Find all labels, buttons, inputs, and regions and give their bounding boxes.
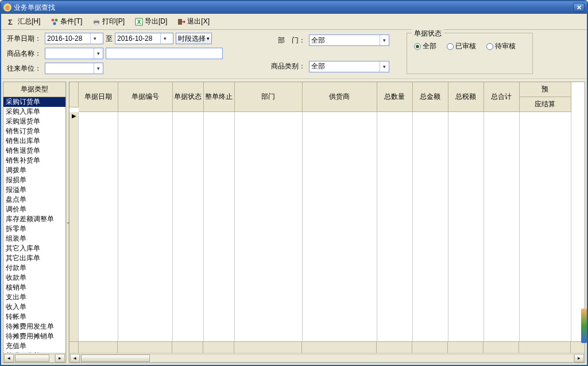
product-label: 商品名称： [7, 49, 45, 59]
dept-input[interactable] [310, 36, 380, 44]
sidebar-item[interactable]: 采购入库单 [3, 107, 65, 117]
sidebar-item[interactable]: 待摊费用发生单 [3, 322, 65, 332]
product-desc-box[interactable] [106, 48, 223, 59]
status-radio-approved[interactable]: 已审核 [447, 41, 476, 51]
product-desc-input[interactable] [106, 48, 222, 59]
sidebar-item[interactable]: 付款单 [3, 263, 65, 273]
sidebar-item[interactable]: 组装单 [3, 234, 65, 244]
sidebar-item[interactable]: 调价单 [3, 205, 65, 214]
row-indicator-col: ▶ [69, 112, 79, 341]
col-header[interactable]: 总税额 [448, 82, 483, 112]
hscroll-thumb[interactable] [81, 355, 150, 362]
sidebar-item[interactable]: 收入单 [3, 302, 65, 312]
filter-icon [51, 18, 59, 26]
sidebar-item[interactable]: 收款单 [3, 273, 65, 283]
sidebar-item[interactable]: 销售订货单 [3, 126, 65, 136]
sidebar-item[interactable]: 调拨单 [3, 165, 65, 175]
sidebar-item[interactable]: 盘点单 [3, 195, 65, 205]
grid-cell [118, 112, 172, 341]
grid-cell [412, 112, 448, 341]
exit-button[interactable]: 退出[X] [175, 16, 212, 28]
svg-rect-8 [178, 19, 182, 25]
party-input[interactable] [45, 64, 94, 72]
sidebar-item[interactable]: 充值单 [3, 341, 65, 351]
sidebar-item[interactable]: 其它出库单 [3, 253, 65, 263]
dropdown-icon[interactable] [380, 35, 389, 45]
summary-label: 汇总[H] [18, 17, 40, 26]
date-to-picker[interactable] [115, 33, 173, 44]
toolbar: Σ 汇总[H] 条件[T] 打印[P] X 导出[D] 退出[X] [1, 14, 587, 30]
status-radio-all[interactable]: 全部 [414, 41, 436, 51]
col-header[interactable]: 总数量 [377, 82, 412, 112]
col-header[interactable]: 总金额 [412, 82, 448, 112]
sidebar-item[interactable]: 支出单 [3, 292, 65, 302]
col-sub-header[interactable]: 应结算 [519, 97, 571, 112]
period-select-button[interactable]: 时段选择 [176, 33, 212, 44]
col-header[interactable]: 单据日期 [79, 82, 118, 112]
hscroll-track[interactable] [80, 354, 574, 363]
party-label: 往来单位： [7, 64, 45, 74]
col-header[interactable]: 部门 [234, 82, 302, 112]
hscroll-thumb[interactable] [15, 355, 49, 362]
scroll-left-button[interactable]: ◂ [4, 354, 14, 363]
print-button[interactable]: 打印[P] [90, 16, 127, 28]
grid-cell [483, 112, 519, 341]
grid-cell [203, 112, 234, 341]
filter-panel: 开单日期： 至 时段选择 商品名称： [1, 30, 587, 79]
svg-text:X: X [137, 19, 141, 25]
sidebar-item[interactable]: 采购订货单 [3, 97, 65, 107]
sidebar-item[interactable]: 库存差额调整单 [3, 214, 65, 224]
product-input[interactable] [45, 49, 94, 57]
summary-button[interactable]: Σ 汇总[H] [6, 16, 42, 28]
export-button[interactable]: X 导出[D] [133, 16, 169, 28]
grid-cell [172, 112, 203, 341]
date-to-input[interactable] [115, 34, 160, 43]
sidebar-item[interactable]: 其它入库单 [3, 244, 65, 253]
condition-button[interactable]: 条件[T] [48, 16, 84, 28]
dept-combo[interactable] [309, 34, 389, 46]
dropdown-icon[interactable] [380, 61, 389, 72]
category-combo[interactable] [309, 61, 389, 72]
col-group-header[interactable]: 预 [519, 82, 571, 97]
sidebar-list[interactable]: 采购订货单采购入库单采购退货单销售订货单销售出库单销售退货单销售补货单调拨单报损… [3, 97, 65, 353]
print-label: 打印[P] [102, 17, 125, 26]
sidebar-item[interactable]: 报损单 [3, 175, 65, 185]
date-from-input[interactable] [45, 34, 90, 43]
category-label: 商品类别： [271, 61, 309, 71]
date-from-picker[interactable] [45, 33, 103, 44]
scroll-right-button[interactable]: ▸ [574, 354, 584, 363]
grid-footer [69, 341, 585, 353]
col-header[interactable]: 单据状态 [172, 82, 203, 112]
sidebar-item[interactable]: 拆零单 [3, 224, 65, 234]
status-legend: 单据状态 [412, 29, 444, 38]
sidebar-item[interactable]: 待摊费用摊销单 [3, 332, 65, 341]
close-button[interactable]: ✕ [573, 3, 585, 12]
sidebar-item[interactable]: 报溢单 [3, 185, 65, 195]
category-input[interactable] [310, 63, 380, 71]
window-title: 业务单据查找 [14, 3, 573, 13]
col-header[interactable]: 供货商 [302, 82, 377, 112]
svg-point-2 [53, 22, 56, 25]
sidebar-header: 单据类型 [3, 82, 65, 97]
dropdown-icon[interactable] [90, 33, 99, 44]
sidebar-item[interactable]: 销售出库单 [3, 136, 65, 146]
sidebar-item[interactable]: 采购退货单 [3, 117, 65, 126]
scroll-left-button[interactable]: ◂ [70, 354, 80, 363]
status-radio-pending[interactable]: 待审核 [486, 41, 516, 51]
product-combo[interactable] [45, 48, 103, 59]
hscroll-track[interactable] [14, 354, 55, 363]
sidebar-item[interactable]: 核销单 [3, 283, 65, 292]
sidebar-item[interactable]: 销售退货单 [3, 146, 65, 156]
dropdown-icon[interactable] [94, 63, 103, 74]
dropdown-icon[interactable] [94, 48, 103, 59]
scroll-right-button[interactable]: ▸ [55, 354, 65, 363]
party-combo[interactable] [45, 63, 103, 74]
col-header[interactable]: 总合计 [483, 82, 519, 112]
sidebar-item[interactable]: 转帐单 [3, 312, 65, 322]
col-header[interactable]: 单据编号 [118, 82, 172, 112]
date-sep: 至 [106, 34, 113, 44]
col-header[interactable]: 整单终止 [203, 82, 234, 112]
condition-label: 条件[T] [60, 17, 82, 26]
dropdown-icon[interactable] [160, 33, 169, 44]
sidebar-item[interactable]: 销售补货单 [3, 156, 65, 165]
